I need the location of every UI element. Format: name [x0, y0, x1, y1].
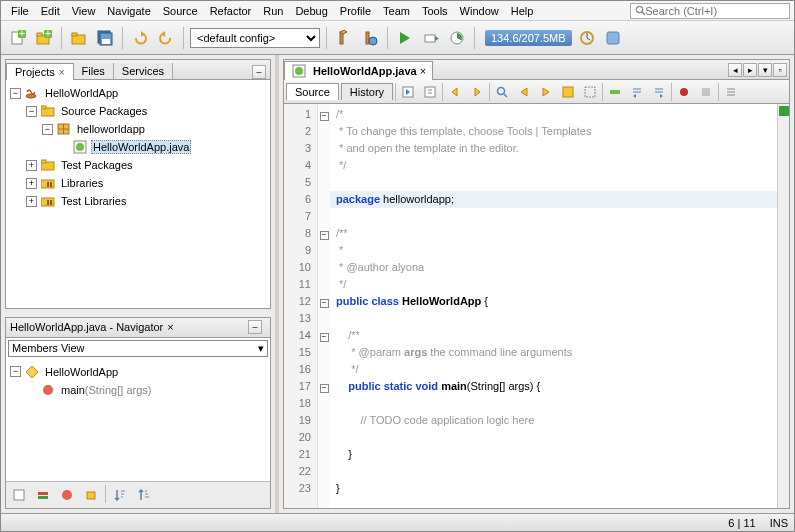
- etb-next-button[interactable]: [536, 82, 556, 102]
- projects-tree[interactable]: − HelloWorldApp − Source Packages − hell…: [6, 80, 270, 308]
- filter-button-1[interactable]: [9, 485, 29, 505]
- method-icon: [40, 383, 56, 397]
- etb-macro-start-button[interactable]: [674, 82, 694, 102]
- error-stripe[interactable]: [777, 104, 789, 508]
- history-tab[interactable]: History: [341, 83, 393, 100]
- tree-package[interactable]: − helloworldapp: [10, 120, 266, 138]
- clean-build-button[interactable]: [359, 27, 381, 49]
- menu-help[interactable]: Help: [505, 3, 540, 19]
- navigator-class[interactable]: − HelloWorldApp: [10, 363, 266, 381]
- filter-button-2[interactable]: [33, 485, 53, 505]
- tree-test-libraries[interactable]: + Test Libraries: [10, 192, 266, 210]
- etb-selection-button[interactable]: [580, 82, 600, 102]
- svg-rect-47: [38, 496, 48, 499]
- etb-macro-stop-button[interactable]: [696, 82, 716, 102]
- expander-icon[interactable]: −: [10, 88, 21, 99]
- source-tab[interactable]: Source: [286, 83, 339, 100]
- sort-button-2[interactable]: [134, 485, 154, 505]
- ide-settings-button[interactable]: [602, 27, 624, 49]
- tree-libraries[interactable]: + Libraries: [10, 174, 266, 192]
- expander-icon[interactable]: +: [26, 196, 37, 207]
- open-project-button[interactable]: [68, 27, 90, 49]
- expander-icon[interactable]: +: [26, 160, 37, 171]
- menu-edit[interactable]: Edit: [35, 3, 66, 19]
- menu-navigate[interactable]: Navigate: [101, 3, 156, 19]
- profile-button[interactable]: [446, 27, 468, 49]
- gc-button[interactable]: [576, 27, 598, 49]
- search-input[interactable]: [645, 5, 785, 17]
- files-tab[interactable]: Files: [74, 63, 114, 79]
- etb-bookmark-button[interactable]: [605, 82, 625, 102]
- minimize-panel-button[interactable]: –: [248, 320, 262, 334]
- debug-button[interactable]: [420, 27, 442, 49]
- navigator-tree[interactable]: − HelloWorldApp main(String[] args): [6, 359, 270, 481]
- etb-nav-button[interactable]: [420, 82, 440, 102]
- maximize-button[interactable]: ▫: [773, 63, 787, 77]
- menu-team[interactable]: Team: [377, 3, 416, 19]
- scroll-left-button[interactable]: ◂: [728, 63, 742, 77]
- scroll-right-button[interactable]: ▸: [743, 63, 757, 77]
- run-button[interactable]: [394, 27, 416, 49]
- editor-tab-label: HelloWorldApp.java: [313, 65, 417, 77]
- minimize-panel-button[interactable]: –: [252, 65, 266, 79]
- config-select[interactable]: <default config>: [190, 28, 320, 48]
- expander-icon[interactable]: +: [26, 178, 37, 189]
- close-icon[interactable]: ×: [420, 65, 426, 77]
- etb-shift-left-button[interactable]: [627, 82, 647, 102]
- expander-icon[interactable]: −: [26, 106, 37, 117]
- services-tab[interactable]: Services: [114, 63, 173, 79]
- etb-shift-right-button[interactable]: [649, 82, 669, 102]
- code-area[interactable]: /* * To change this template, choose Too…: [330, 104, 777, 508]
- svg-point-44: [43, 385, 53, 395]
- menu-tools[interactable]: Tools: [416, 3, 454, 19]
- new-project-button[interactable]: +: [33, 27, 55, 49]
- menu-profile[interactable]: Profile: [334, 3, 377, 19]
- sort-button-1[interactable]: [110, 485, 130, 505]
- etb-prev-button[interactable]: [514, 82, 534, 102]
- etb-find-button[interactable]: [492, 82, 512, 102]
- menu-view[interactable]: View: [66, 3, 102, 19]
- etb-back-button[interactable]: [445, 82, 465, 102]
- svg-rect-42: [50, 200, 52, 205]
- close-icon[interactable]: ×: [59, 67, 65, 78]
- build-button[interactable]: [333, 27, 355, 49]
- quick-search[interactable]: [630, 3, 790, 19]
- etb-forward-button[interactable]: [467, 82, 487, 102]
- tree-test-packages[interactable]: + Test Packages: [10, 156, 266, 174]
- menu-window[interactable]: Window: [454, 3, 505, 19]
- class-icon: [24, 365, 40, 379]
- menu-source[interactable]: Source: [157, 3, 204, 19]
- expander-icon[interactable]: −: [10, 366, 21, 377]
- tree-source-packages[interactable]: − Source Packages: [10, 102, 266, 120]
- expander-icon[interactable]: −: [42, 124, 53, 135]
- menu-file[interactable]: File: [5, 3, 35, 19]
- editor-tab[interactable]: HelloWorldApp.java ×: [284, 61, 433, 80]
- tabs-list-button[interactable]: ▾: [758, 63, 772, 77]
- tree-java-file[interactable]: HelloWorldApp.java: [10, 138, 266, 156]
- menu-debug[interactable]: Debug: [289, 3, 333, 19]
- tree-project-root[interactable]: − HelloWorldApp: [10, 84, 266, 102]
- svg-text:+: +: [19, 30, 25, 39]
- menu-run[interactable]: Run: [257, 3, 289, 19]
- memory-indicator[interactable]: 134.6/207.5MB: [485, 30, 572, 46]
- svg-marker-64: [475, 88, 480, 96]
- redo-button[interactable]: [155, 27, 177, 49]
- menu-refactor[interactable]: Refactor: [204, 3, 258, 19]
- etb-comment-button[interactable]: [721, 82, 741, 102]
- undo-button[interactable]: [129, 27, 151, 49]
- svg-point-65: [498, 87, 505, 94]
- projects-tab[interactable]: Projects×: [6, 63, 74, 80]
- fold-column[interactable]: − − − − −: [318, 104, 330, 508]
- filter-button-3[interactable]: [57, 485, 77, 505]
- editor-body[interactable]: 1234567891011121314151617181920212223 − …: [284, 104, 789, 508]
- etb-highlight-button[interactable]: [558, 82, 578, 102]
- svg-rect-39: [50, 182, 52, 187]
- navigator-method[interactable]: main(String[] args): [10, 381, 266, 399]
- etb-nav-button[interactable]: [398, 82, 418, 102]
- members-view-select[interactable]: Members View▾: [8, 340, 268, 357]
- filter-button-4[interactable]: [81, 485, 101, 505]
- new-file-button[interactable]: +: [7, 27, 29, 49]
- close-icon[interactable]: ×: [167, 321, 173, 333]
- line-gutter[interactable]: 1234567891011121314151617181920212223: [284, 104, 318, 508]
- save-all-button[interactable]: [94, 27, 116, 49]
